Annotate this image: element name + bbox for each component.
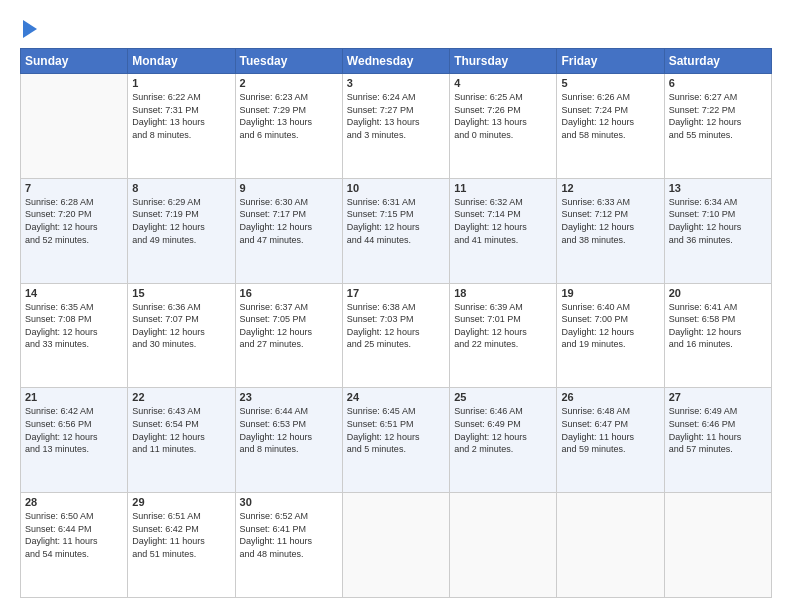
calendar-cell: 5Sunrise: 6:26 AM Sunset: 7:24 PM Daylig…: [557, 74, 664, 179]
day-number: 13: [669, 182, 767, 194]
calendar-cell: 14Sunrise: 6:35 AM Sunset: 7:08 PM Dayli…: [21, 283, 128, 388]
weekday-header-tuesday: Tuesday: [235, 49, 342, 74]
day-info: Sunrise: 6:39 AM Sunset: 7:01 PM Dayligh…: [454, 301, 552, 351]
page: SundayMondayTuesdayWednesdayThursdayFrid…: [0, 0, 792, 612]
calendar-cell: 16Sunrise: 6:37 AM Sunset: 7:05 PM Dayli…: [235, 283, 342, 388]
weekday-header-wednesday: Wednesday: [342, 49, 449, 74]
day-number: 26: [561, 391, 659, 403]
day-number: 3: [347, 77, 445, 89]
weekday-header-row: SundayMondayTuesdayWednesdayThursdayFrid…: [21, 49, 772, 74]
day-info: Sunrise: 6:37 AM Sunset: 7:05 PM Dayligh…: [240, 301, 338, 351]
day-number: 29: [132, 496, 230, 508]
day-info: Sunrise: 6:42 AM Sunset: 6:56 PM Dayligh…: [25, 405, 123, 455]
calendar-cell: 27Sunrise: 6:49 AM Sunset: 6:46 PM Dayli…: [664, 388, 771, 493]
day-info: Sunrise: 6:46 AM Sunset: 6:49 PM Dayligh…: [454, 405, 552, 455]
day-number: 21: [25, 391, 123, 403]
day-number: 1: [132, 77, 230, 89]
calendar-cell: 4Sunrise: 6:25 AM Sunset: 7:26 PM Daylig…: [450, 74, 557, 179]
calendar-cell: 23Sunrise: 6:44 AM Sunset: 6:53 PM Dayli…: [235, 388, 342, 493]
calendar-table: SundayMondayTuesdayWednesdayThursdayFrid…: [20, 48, 772, 598]
day-number: 7: [25, 182, 123, 194]
day-info: Sunrise: 6:44 AM Sunset: 6:53 PM Dayligh…: [240, 405, 338, 455]
weekday-header-sunday: Sunday: [21, 49, 128, 74]
day-number: 24: [347, 391, 445, 403]
calendar-cell: 6Sunrise: 6:27 AM Sunset: 7:22 PM Daylig…: [664, 74, 771, 179]
calendar-week-row: 21Sunrise: 6:42 AM Sunset: 6:56 PM Dayli…: [21, 388, 772, 493]
calendar-cell: 21Sunrise: 6:42 AM Sunset: 6:56 PM Dayli…: [21, 388, 128, 493]
calendar-cell: 25Sunrise: 6:46 AM Sunset: 6:49 PM Dayli…: [450, 388, 557, 493]
calendar-cell: [664, 493, 771, 598]
calendar-cell: 11Sunrise: 6:32 AM Sunset: 7:14 PM Dayli…: [450, 178, 557, 283]
calendar-week-row: 7Sunrise: 6:28 AM Sunset: 7:20 PM Daylig…: [21, 178, 772, 283]
day-info: Sunrise: 6:49 AM Sunset: 6:46 PM Dayligh…: [669, 405, 767, 455]
day-info: Sunrise: 6:28 AM Sunset: 7:20 PM Dayligh…: [25, 196, 123, 246]
calendar-cell: 18Sunrise: 6:39 AM Sunset: 7:01 PM Dayli…: [450, 283, 557, 388]
calendar-cell: 7Sunrise: 6:28 AM Sunset: 7:20 PM Daylig…: [21, 178, 128, 283]
day-info: Sunrise: 6:36 AM Sunset: 7:07 PM Dayligh…: [132, 301, 230, 351]
weekday-header-saturday: Saturday: [664, 49, 771, 74]
day-info: Sunrise: 6:32 AM Sunset: 7:14 PM Dayligh…: [454, 196, 552, 246]
day-info: Sunrise: 6:35 AM Sunset: 7:08 PM Dayligh…: [25, 301, 123, 351]
day-number: 10: [347, 182, 445, 194]
day-info: Sunrise: 6:25 AM Sunset: 7:26 PM Dayligh…: [454, 91, 552, 141]
day-number: 9: [240, 182, 338, 194]
day-info: Sunrise: 6:30 AM Sunset: 7:17 PM Dayligh…: [240, 196, 338, 246]
calendar-cell: 20Sunrise: 6:41 AM Sunset: 6:58 PM Dayli…: [664, 283, 771, 388]
day-info: Sunrise: 6:50 AM Sunset: 6:44 PM Dayligh…: [25, 510, 123, 560]
day-number: 28: [25, 496, 123, 508]
day-number: 8: [132, 182, 230, 194]
day-info: Sunrise: 6:31 AM Sunset: 7:15 PM Dayligh…: [347, 196, 445, 246]
day-number: 2: [240, 77, 338, 89]
day-number: 27: [669, 391, 767, 403]
day-number: 14: [25, 287, 123, 299]
calendar-cell: 26Sunrise: 6:48 AM Sunset: 6:47 PM Dayli…: [557, 388, 664, 493]
day-info: Sunrise: 6:41 AM Sunset: 6:58 PM Dayligh…: [669, 301, 767, 351]
day-number: 22: [132, 391, 230, 403]
day-number: 20: [669, 287, 767, 299]
day-number: 11: [454, 182, 552, 194]
day-info: Sunrise: 6:45 AM Sunset: 6:51 PM Dayligh…: [347, 405, 445, 455]
calendar-cell: 19Sunrise: 6:40 AM Sunset: 7:00 PM Dayli…: [557, 283, 664, 388]
calendar-cell: 8Sunrise: 6:29 AM Sunset: 7:19 PM Daylig…: [128, 178, 235, 283]
day-info: Sunrise: 6:22 AM Sunset: 7:31 PM Dayligh…: [132, 91, 230, 141]
day-info: Sunrise: 6:29 AM Sunset: 7:19 PM Dayligh…: [132, 196, 230, 246]
calendar-cell: [557, 493, 664, 598]
day-number: 17: [347, 287, 445, 299]
calendar-cell: [450, 493, 557, 598]
day-number: 16: [240, 287, 338, 299]
weekday-header-monday: Monday: [128, 49, 235, 74]
day-info: Sunrise: 6:26 AM Sunset: 7:24 PM Dayligh…: [561, 91, 659, 141]
calendar-cell: 30Sunrise: 6:52 AM Sunset: 6:41 PM Dayli…: [235, 493, 342, 598]
calendar-cell: 1Sunrise: 6:22 AM Sunset: 7:31 PM Daylig…: [128, 74, 235, 179]
day-info: Sunrise: 6:24 AM Sunset: 7:27 PM Dayligh…: [347, 91, 445, 141]
day-number: 4: [454, 77, 552, 89]
day-info: Sunrise: 6:48 AM Sunset: 6:47 PM Dayligh…: [561, 405, 659, 455]
calendar-cell: 15Sunrise: 6:36 AM Sunset: 7:07 PM Dayli…: [128, 283, 235, 388]
calendar-cell: 29Sunrise: 6:51 AM Sunset: 6:42 PM Dayli…: [128, 493, 235, 598]
calendar-cell: [21, 74, 128, 179]
day-number: 18: [454, 287, 552, 299]
calendar-cell: 17Sunrise: 6:38 AM Sunset: 7:03 PM Dayli…: [342, 283, 449, 388]
day-number: 6: [669, 77, 767, 89]
calendar-week-row: 14Sunrise: 6:35 AM Sunset: 7:08 PM Dayli…: [21, 283, 772, 388]
weekday-header-friday: Friday: [557, 49, 664, 74]
calendar-cell: 28Sunrise: 6:50 AM Sunset: 6:44 PM Dayli…: [21, 493, 128, 598]
calendar-cell: 2Sunrise: 6:23 AM Sunset: 7:29 PM Daylig…: [235, 74, 342, 179]
calendar-cell: 24Sunrise: 6:45 AM Sunset: 6:51 PM Dayli…: [342, 388, 449, 493]
calendar-cell: 22Sunrise: 6:43 AM Sunset: 6:54 PM Dayli…: [128, 388, 235, 493]
day-number: 12: [561, 182, 659, 194]
day-info: Sunrise: 6:40 AM Sunset: 7:00 PM Dayligh…: [561, 301, 659, 351]
day-number: 19: [561, 287, 659, 299]
day-info: Sunrise: 6:38 AM Sunset: 7:03 PM Dayligh…: [347, 301, 445, 351]
calendar-cell: [342, 493, 449, 598]
calendar-cell: 13Sunrise: 6:34 AM Sunset: 7:10 PM Dayli…: [664, 178, 771, 283]
logo-arrow-icon: [23, 20, 37, 38]
calendar-week-row: 1Sunrise: 6:22 AM Sunset: 7:31 PM Daylig…: [21, 74, 772, 179]
day-info: Sunrise: 6:51 AM Sunset: 6:42 PM Dayligh…: [132, 510, 230, 560]
logo: [20, 18, 37, 38]
calendar-cell: 9Sunrise: 6:30 AM Sunset: 7:17 PM Daylig…: [235, 178, 342, 283]
calendar-cell: 3Sunrise: 6:24 AM Sunset: 7:27 PM Daylig…: [342, 74, 449, 179]
day-number: 30: [240, 496, 338, 508]
day-info: Sunrise: 6:33 AM Sunset: 7:12 PM Dayligh…: [561, 196, 659, 246]
header: [20, 18, 772, 38]
